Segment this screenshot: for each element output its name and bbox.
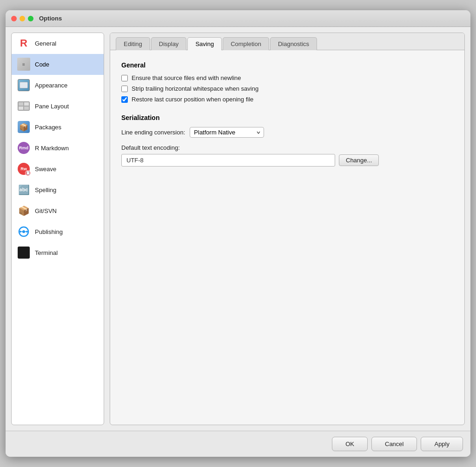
- checkbox-label-cursor: Restore last cursor position when openin…: [132, 96, 253, 103]
- sidebar-item-terminal[interactable]: Terminal: [12, 242, 104, 263]
- checkbox-row-cursor[interactable]: Restore last cursor position when openin…: [121, 96, 453, 103]
- sidebar-label-publishing: Publishing: [35, 228, 63, 235]
- maximize-button[interactable]: [28, 16, 33, 21]
- svg-point-1: [22, 230, 25, 233]
- gitsvn-icon: 📦: [17, 204, 30, 217]
- pane-layout-icon: [17, 100, 30, 113]
- code-icon: ≡: [17, 58, 30, 71]
- publishing-icon: [17, 225, 30, 238]
- svg-point-2: [20, 231, 21, 233]
- sidebar-item-publishing[interactable]: Publishing: [12, 221, 104, 242]
- sidebar-item-git-svn[interactable]: 📦 Git/SVN: [12, 200, 104, 221]
- cancel-button[interactable]: Cancel: [371, 437, 417, 451]
- sidebar-item-packages[interactable]: 📦 Packages: [12, 117, 104, 138]
- serialization-section: Serialization Line ending conversion: Pl…: [121, 114, 453, 167]
- sidebar-label-sweave: Sweave: [35, 166, 56, 173]
- tab-saving[interactable]: Saving: [187, 37, 222, 50]
- encoding-input[interactable]: [121, 154, 335, 167]
- sidebar-item-code[interactable]: ≡ Code: [12, 54, 104, 75]
- packages-icon: 📦: [17, 120, 30, 133]
- serialization-title: Serialization: [121, 114, 453, 121]
- sidebar-item-pane-layout[interactable]: Pane Layout: [12, 96, 104, 117]
- content-area: General Ensure that source files end wit…: [110, 50, 464, 425]
- ok-button[interactable]: OK: [332, 437, 368, 451]
- spelling-icon: 🔤: [17, 183, 30, 196]
- sidebar-item-general[interactable]: R General: [12, 33, 104, 54]
- line-ending-select[interactable]: Platform Native Windows (CR/LF) Posix (L…: [190, 127, 264, 138]
- apply-button[interactable]: Apply: [421, 437, 463, 451]
- checkbox-label-newline: Ensure that source files end with newlin…: [132, 74, 241, 81]
- sidebar-item-r-markdown[interactable]: Rmd R Markdown: [12, 138, 104, 159]
- sidebar-item-appearance[interactable]: Appearance: [12, 75, 104, 96]
- sidebar-label-appearance: Appearance: [35, 82, 67, 89]
- checkbox-whitespace[interactable]: [121, 86, 128, 92]
- general-section-title: General: [121, 61, 453, 69]
- sidebar-label-pane-layout: Pane Layout: [35, 103, 69, 110]
- checkbox-row-whitespace[interactable]: Strip trailing horizontal whitespace whe…: [121, 85, 453, 92]
- encoding-field-row: Change...: [121, 154, 453, 167]
- window-body: R General ≡ Code Appearance: [6, 27, 470, 431]
- appearance-icon: [17, 79, 30, 92]
- tab-display[interactable]: Display: [151, 37, 187, 50]
- sidebar-label-git-svn: Git/SVN: [35, 207, 57, 214]
- tab-diagnostics[interactable]: Diagnostics: [270, 37, 317, 50]
- sidebar-label-terminal: Terminal: [35, 249, 58, 256]
- footer: OK Cancel Apply: [6, 431, 470, 457]
- sidebar-label-general: General: [35, 40, 56, 47]
- sidebar-label-packages: Packages: [35, 124, 61, 131]
- line-ending-label: Line ending conversion:: [121, 129, 185, 136]
- rmarkdown-icon: Rmd: [17, 141, 30, 154]
- checkbox-newline[interactable]: [121, 75, 128, 81]
- sidebar-label-code: Code: [35, 61, 49, 68]
- sidebar-item-sweave[interactable]: Rw 📄 Sweave: [12, 159, 104, 180]
- sidebar-label-spelling: Spelling: [35, 187, 56, 193]
- svg-point-3: [26, 231, 28, 233]
- main-content: Editing Display Saving Completion Diagno…: [110, 33, 465, 425]
- window-title: Options: [39, 15, 62, 22]
- title-bar: Options: [6, 10, 470, 27]
- terminal-icon: [17, 246, 30, 259]
- sweave-icon: Rw 📄: [17, 162, 30, 175]
- change-button[interactable]: Change...: [339, 154, 379, 166]
- checkbox-cursor[interactable]: [121, 96, 128, 103]
- checkbox-row-newline[interactable]: Ensure that source files end with newlin…: [121, 74, 453, 81]
- tab-completion[interactable]: Completion: [223, 37, 269, 50]
- window-controls: [11, 16, 33, 21]
- options-window: Options R General ≡ Code: [6, 10, 470, 457]
- sidebar: R General ≡ Code Appearance: [11, 33, 104, 425]
- r-icon: R: [17, 37, 30, 50]
- sidebar-item-spelling[interactable]: 🔤 Spelling: [12, 180, 104, 200]
- line-ending-row: Line ending conversion: Platform Native …: [121, 127, 453, 138]
- sidebar-label-r-markdown: R Markdown: [35, 145, 69, 152]
- checkbox-group: Ensure that source files end with newlin…: [121, 74, 453, 103]
- tab-editing[interactable]: Editing: [116, 37, 150, 50]
- checkbox-label-whitespace: Strip trailing horizontal whitespace whe…: [132, 85, 258, 92]
- tabs-bar: Editing Display Saving Completion Diagno…: [110, 33, 464, 50]
- encoding-row: Default text encoding: Change...: [121, 144, 453, 167]
- encoding-label: Default text encoding:: [121, 144, 453, 151]
- minimize-button[interactable]: [20, 16, 25, 21]
- close-button[interactable]: [11, 16, 17, 21]
